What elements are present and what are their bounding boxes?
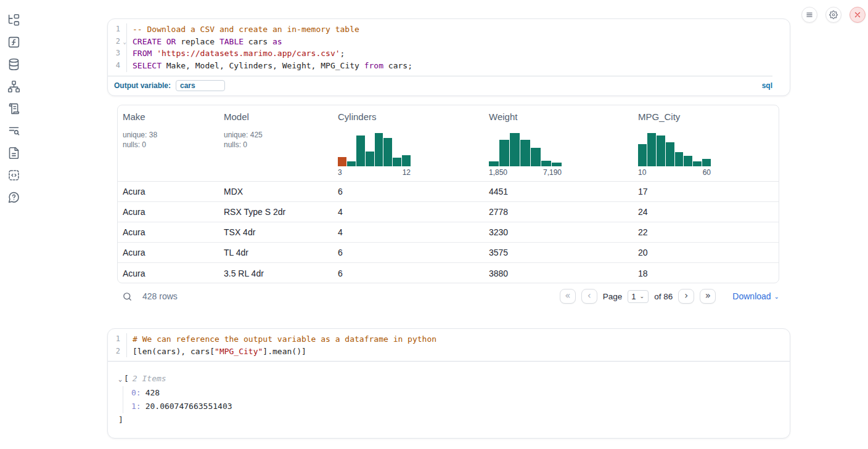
table-row[interactable]: AcuraMDX6445117 — [118, 182, 779, 202]
output-variable-label: Output variable: — [114, 81, 171, 90]
output-variable-input[interactable] — [176, 80, 225, 91]
table-cell: 22 — [633, 227, 779, 237]
axis-min-label: 10 — [638, 168, 646, 177]
collapse-chevron-icon[interactable]: ⌄ — [118, 373, 122, 386]
close-icon[interactable] — [850, 7, 866, 23]
page-select-value: 1 — [631, 292, 636, 301]
table-row[interactable]: AcuraTL 4dr6357520 — [118, 243, 779, 263]
table-row[interactable]: AcuraTSX 4dr4323022 — [118, 222, 779, 243]
sidebar — [0, 0, 27, 449]
table-cell: Acura — [118, 207, 219, 217]
document-icon[interactable] — [7, 146, 20, 160]
histogram-bar — [356, 136, 365, 166]
page-select[interactable]: 1 ⌄ — [628, 290, 649, 303]
histogram-bar — [402, 155, 411, 166]
table-cell: 4 — [333, 227, 484, 237]
table-cell: 3230 — [484, 227, 633, 237]
sql-cell-footer: Output variable: sql — [108, 76, 790, 95]
column-header-mpg_city[interactable]: MPG_City1060 — [633, 105, 779, 181]
last-page-button[interactable]: » — [700, 289, 716, 304]
help-icon[interactable] — [7, 190, 20, 204]
table-cell: 2778 — [484, 207, 633, 217]
table-footer: 428 rows « ‹ Page 1 ⌄ of 86 › » Download… — [117, 286, 779, 306]
histogram-bars — [338, 133, 411, 166]
column-header-make[interactable]: Makeunique: 38nulls: 0 — [118, 105, 219, 181]
histogram-axis-labels: 1060 — [638, 168, 711, 177]
function-square-icon[interactable] — [7, 35, 20, 49]
tree-open-bracket: [ — [124, 372, 129, 386]
code-snippets-icon[interactable] — [7, 168, 20, 182]
histogram-bars — [638, 133, 711, 166]
line-number: 1 — [108, 23, 127, 36]
chevron-down-icon: ⌄ — [640, 293, 645, 299]
sql-code-editor[interactable]: 1-- Download a CSV and create an in-memo… — [108, 19, 790, 76]
code-text: SELECT Make, Model, Cylinders, Weight, M… — [127, 60, 412, 72]
file-tree-icon[interactable] — [7, 13, 20, 26]
table-cell: 24 — [633, 207, 779, 217]
search-icon[interactable] — [122, 291, 133, 302]
output-tree: ⌄ [ 2 Items 0:4281:20.060747663551403 ] — [108, 362, 790, 427]
column-header-weight[interactable]: Weight1,8507,190 — [484, 105, 633, 181]
settings-gear-icon[interactable] — [825, 7, 841, 23]
python-code-editor[interactable]: 1# We can reference the output variable … — [108, 329, 790, 361]
list-search-icon[interactable] — [7, 124, 20, 137]
table-cell: 6 — [333, 248, 484, 257]
page-total-label: of 86 — [654, 292, 673, 301]
code-line: 3FROM 'https://datasets.marimo.app/cars.… — [108, 47, 790, 60]
tree-entry: 0:428 — [131, 386, 790, 400]
line-number: 2 — [108, 346, 127, 358]
column-stats: unique: 38nulls: 0 — [123, 130, 214, 150]
table-header-row: Makeunique: 38nulls: 0Modelunique: 425nu… — [118, 105, 779, 182]
column-title: Cylinders — [338, 111, 479, 122]
histogram-bar — [383, 138, 392, 166]
table-cell: 3.5 RL 4dr — [219, 269, 333, 278]
histogram-bar — [702, 159, 711, 166]
histogram-axis-labels: 1,8507,190 — [489, 168, 562, 177]
prev-page-button[interactable]: ‹ — [581, 289, 597, 304]
table-row[interactable]: AcuraRSX Type S 2dr4277824 — [118, 202, 779, 222]
code-text: [len(cars), cars["MPG_City"].mean()] — [127, 346, 306, 358]
column-stats: unique: 425nulls: 0 — [224, 130, 328, 150]
first-page-button[interactable]: « — [560, 289, 576, 304]
histogram-bar — [541, 161, 551, 166]
histogram-bar — [684, 156, 692, 166]
scroll-icon[interactable] — [7, 102, 20, 115]
line-number: 1 — [108, 333, 127, 346]
menu-icon[interactable] — [801, 7, 817, 23]
table-cell: 6 — [333, 187, 484, 196]
table-row[interactable]: Acura3.5 RL 4dr6388018 — [118, 263, 779, 283]
table-cell: 20 — [633, 248, 779, 257]
histogram-bar — [347, 161, 356, 166]
data-table: Makeunique: 38nulls: 0Modelunique: 425nu… — [117, 105, 779, 283]
column-header-cylinders[interactable]: Cylinders312 — [333, 105, 484, 181]
code-text: -- Download a CSV and create an in-memor… — [127, 23, 359, 36]
histogram-bar — [393, 158, 401, 166]
table-cell: 4 — [333, 207, 484, 217]
axis-min-label: 3 — [338, 168, 342, 177]
language-badge: sql — [762, 81, 772, 90]
next-page-button[interactable]: › — [678, 289, 694, 304]
column-title: Model — [224, 111, 328, 122]
database-icon[interactable] — [7, 57, 20, 71]
code-line: 1# We can reference the output variable … — [108, 333, 790, 346]
table-body: AcuraMDX6445117AcuraRSX Type S 2dr427782… — [118, 182, 779, 283]
tree-entry: 1:20.060747663551403 — [131, 400, 790, 413]
page-label: Page — [603, 292, 623, 301]
table-cell: 4451 — [484, 187, 633, 196]
sql-cell: 1-- Download a CSV and create an in-memo… — [107, 18, 790, 96]
table-cell: 17 — [633, 187, 779, 196]
column-title: Make — [123, 111, 214, 122]
table-cell: 6 — [333, 269, 484, 278]
column-header-model[interactable]: Modelunique: 425nulls: 0 — [219, 105, 333, 181]
histogram-bar — [657, 136, 665, 166]
python-cell: 1# We can reference the output variable … — [107, 328, 790, 439]
column-histogram: 312 — [338, 133, 411, 177]
axis-max-label: 7,190 — [543, 168, 562, 177]
histogram-bar — [638, 144, 647, 166]
network-icon[interactable] — [7, 79, 20, 93]
fold-chevron-icon[interactable]: ⌄ — [123, 36, 126, 49]
download-button[interactable]: Download ⌄ — [732, 291, 779, 301]
axis-max-label: 12 — [403, 168, 411, 177]
table-cell: TL 4dr — [219, 248, 333, 257]
tree-close-bracket: ] — [118, 413, 790, 427]
